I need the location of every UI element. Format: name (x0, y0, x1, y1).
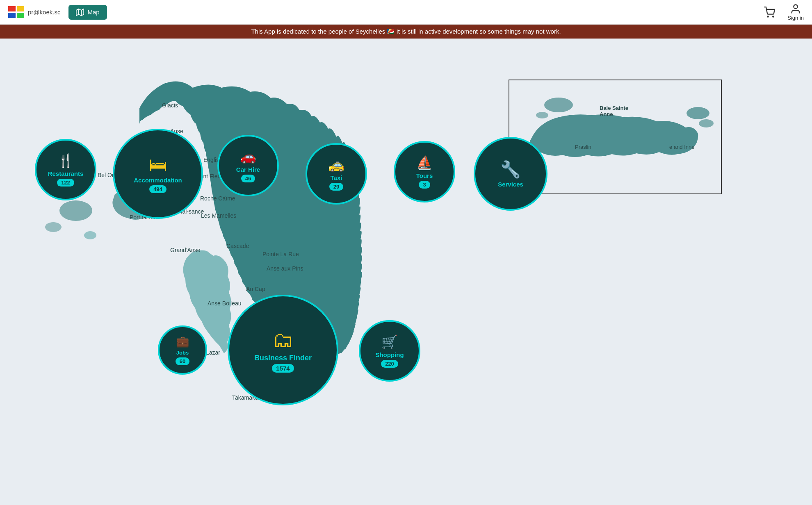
accommodation-bubble[interactable]: 🛏 Accommodation 494 (113, 129, 203, 219)
business-finder-label: Business Finder (254, 354, 312, 362)
svg-point-5 (794, 5, 797, 9)
svg-marker-0 (76, 9, 84, 16)
logo: pr@koek.sc (8, 6, 60, 18)
business-finder-bubble[interactable]: 🗂 Business Finder 1574 (228, 295, 338, 405)
restaurants-icon: 🍴 (57, 153, 74, 168)
shopping-bubble[interactable]: 🛒 Shopping 220 (359, 320, 420, 382)
services-label: Services (498, 181, 523, 188)
logo-sq-blue (8, 13, 16, 18)
jobs-icon: 💼 (176, 335, 189, 348)
svg-point-3 (768, 16, 769, 17)
jobs-count: 60 (176, 357, 189, 365)
sign-in-button[interactable]: Sign in (787, 3, 804, 21)
sign-in-label: Sign in (787, 15, 804, 21)
banner-text: This App is dedicated to the people of S… (251, 28, 561, 35)
taxi-count: 29 (329, 183, 343, 191)
svg-point-7 (45, 222, 62, 232)
user-icon (790, 3, 801, 15)
taxi-bubble[interactable]: 🚕 Taxi 29 (306, 143, 367, 205)
tours-label: Tours (416, 172, 433, 179)
svg-point-11 (544, 98, 573, 112)
logo-squares (8, 6, 25, 18)
cart-button[interactable] (764, 7, 775, 18)
svg-point-10 (699, 119, 714, 127)
svg-point-12 (536, 112, 548, 118)
banner: This App is dedicated to the people of S… (0, 25, 812, 39)
restaurants-bubble[interactable]: 🍴 Restaurants 122 (35, 139, 96, 200)
car-hire-bubble[interactable]: 🚗 Car Hire 46 (217, 135, 279, 196)
map-btn-label: Map (87, 9, 99, 16)
accommodation-count: 494 (149, 185, 167, 193)
restaurants-label: Restaurants (48, 170, 84, 177)
jobs-bubble[interactable]: 💼 Jobs 60 (158, 325, 207, 375)
shopping-label: Shopping (375, 351, 404, 358)
map-container: Glacis Anse Etoile Bel Ombre English Riv… (0, 39, 812, 505)
logo-sq-yellow (17, 6, 24, 11)
accommodation-icon: 🛏 (149, 155, 167, 175)
business-finder-count: 1574 (272, 364, 294, 373)
logo-sq-red (8, 6, 16, 11)
accommodation-label: Accommodation (134, 177, 182, 184)
header-right: Sign in (764, 3, 804, 21)
logo-sq-green (17, 13, 24, 18)
services-bubble[interactable]: 🔧 Services (474, 137, 547, 211)
business-finder-icon: 🗂 (272, 328, 294, 352)
services-icon: 🔧 (500, 160, 521, 179)
svg-point-4 (773, 16, 773, 17)
cart-icon (764, 7, 775, 18)
taxi-icon: 🚕 (328, 157, 344, 173)
tours-bubble[interactable]: ⛵ Tours 3 (394, 141, 455, 202)
tours-count: 3 (419, 181, 430, 189)
svg-point-8 (84, 231, 96, 239)
restaurants-count: 122 (57, 179, 74, 187)
header: pr@koek.sc Map Sign in (0, 0, 812, 25)
car-hire-icon: 🚗 (240, 149, 256, 164)
svg-point-9 (687, 107, 709, 119)
tours-icon: ⛵ (416, 155, 433, 171)
taxi-label: Taxi (331, 174, 342, 181)
map-button[interactable]: Map (68, 5, 107, 20)
logo-email: pr@koek.sc (28, 9, 60, 16)
shopping-count: 220 (381, 360, 398, 368)
car-hire-count: 46 (241, 175, 255, 182)
svg-point-6 (59, 200, 92, 221)
shopping-icon: 🛒 (381, 334, 398, 350)
jobs-label: Jobs (176, 350, 189, 356)
map-icon (76, 8, 84, 16)
car-hire-label: Car Hire (236, 166, 260, 173)
